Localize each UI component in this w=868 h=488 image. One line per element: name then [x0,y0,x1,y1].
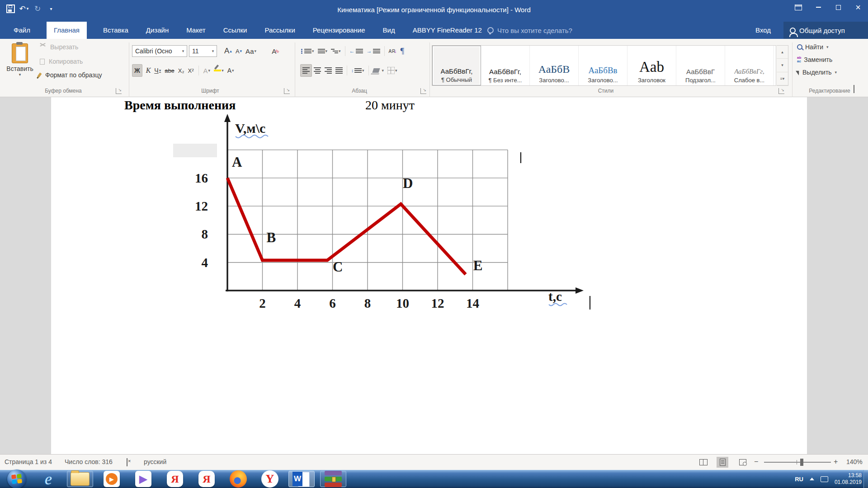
borders-button[interactable]: ▾ [386,65,399,76]
bold-button[interactable]: Ж [132,64,142,77]
align-left-button[interactable] [300,64,312,77]
decrease-indent-button[interactable]: ← [348,45,365,57]
restore-button[interactable] [828,0,848,14]
file-explorer-taskbar-button[interactable] [67,471,93,487]
subscript-button[interactable]: X₂ [176,65,186,76]
ribbon-tab-file[interactable]: Файл [12,22,32,39]
styles-dialog-launcher[interactable] [778,88,784,94]
sign-in-link[interactable]: Вход [755,22,771,39]
ribbon-display-options-button[interactable] [788,0,808,14]
highlight-color-button[interactable]: ▾ [212,65,226,76]
line-spacing-button[interactable]: ↕▾ [349,65,366,76]
font-name-caret[interactable]: ▾ [179,49,187,53]
multilevel-list-button[interactable]: ▾ [329,45,343,57]
styles-scroll-down-icon[interactable]: ▾ [777,59,788,72]
change-case-button[interactable]: Аа▾ [244,45,258,57]
show-paragraph-marks-button[interactable]: ¶ [399,45,406,57]
yandex-browser-taskbar-button[interactable]: Я [162,471,188,487]
font-color-button[interactable]: А▾ [226,65,236,76]
style-item[interactable]: AabЗаголовок [627,46,676,85]
grow-font-button[interactable]: А▴ [222,45,234,57]
web-layout-button[interactable] [737,457,749,468]
read-mode-button[interactable] [698,457,709,468]
ribbon-tab-mailings[interactable]: Рассылки [263,22,296,39]
style-item[interactable]: АаБбВвГг,Слабое в... [725,46,774,85]
text-effects-button[interactable]: А▾ [202,65,212,76]
ribbon-tab-references[interactable]: Ссылки [222,22,249,39]
style-item[interactable]: АаБбВвГг,¶ Обычный [432,46,481,85]
italic-button[interactable]: К [144,65,153,76]
paste-dropdown-caret[interactable]: ▾ [19,72,21,77]
zoom-out-icon[interactable]: − [754,458,758,466]
zoom-slider-track[interactable] [764,462,831,463]
underline-button[interactable]: Ч▾ [152,65,163,76]
style-name: Слабое в... [734,77,764,84]
cut-button[interactable]: Вырезать [40,43,78,51]
zoom-slider-thumb[interactable] [800,459,803,466]
winrar-taskbar-button[interactable] [320,471,346,487]
ribbon-tab-abbyy[interactable]: ABBYY FineReader 12 [411,22,483,39]
print-layout-button[interactable] [717,457,728,468]
zoom-in-icon[interactable]: + [834,458,838,466]
align-right-button[interactable] [323,65,334,76]
share-button[interactable]: Общий доступ [783,22,868,39]
proofing-errors-icon[interactable] [127,459,127,466]
show-hidden-icons-icon[interactable] [810,478,814,480]
taskbar-clock[interactable]: 13:58 01.08.2019 [835,472,862,486]
font-size-caret[interactable]: ▾ [209,49,217,53]
styles-scroll-up-icon[interactable]: ▴ [777,46,788,59]
ribbon-tab-insert[interactable]: Вставка [102,22,130,39]
paragraph-dialog-launcher[interactable] [420,88,426,94]
firefox-taskbar-button[interactable] [225,471,251,487]
superscript-button[interactable]: X² [186,65,196,76]
sort-button[interactable]: АЯ↓ [387,45,399,57]
shrink-font-button[interactable]: А▾ [234,45,244,57]
numbering-button[interactable]: ▾ [316,45,330,57]
shading-button[interactable]: ▾ [371,65,386,76]
language-switcher[interactable]: RU [795,476,803,483]
page-indicator[interactable]: Страница 1 из 4 [5,458,52,465]
increase-indent-button[interactable]: → [365,45,382,57]
internet-explorer-taskbar-button[interactable]: e [35,471,61,487]
word-taskbar-button[interactable]: W [288,471,315,487]
language-indicator[interactable]: русский [144,458,166,465]
start-button-taskbar-button[interactable] [4,471,30,487]
ribbon-tab-home[interactable]: Главная [47,22,87,39]
bullets-button[interactable]: ▾ [299,45,316,57]
paste-button[interactable]: Вставить ▾ [5,43,34,77]
yandex-browser-2-taskbar-button[interactable]: Я [193,471,220,487]
strikethrough-button[interactable]: abe [163,65,176,76]
replace-button[interactable]: abac Заменить [797,56,832,63]
word-count[interactable]: Число слов: 316 [65,458,113,465]
media-player-orange-taskbar-button[interactable]: ▶ [99,471,125,487]
select-button[interactable]: Выделить▾ [797,69,837,76]
style-item[interactable]: АаБбВвГПодзагол... [676,46,725,85]
style-item[interactable]: АаБбВвГг,¶ Без инте... [481,46,530,85]
tell-me-search[interactable]: Что вы хотите сделать? [487,22,572,39]
align-center-button[interactable] [312,65,323,76]
ribbon-tab-layout[interactable]: Макет [185,22,207,39]
minimize-button[interactable] [808,0,828,14]
zoom-level[interactable]: 140% [846,458,863,465]
collapse-ribbon-icon[interactable] [854,86,854,93]
ribbon-tab-view[interactable]: Вид [382,22,396,39]
font-dialog-launcher[interactable] [284,88,290,94]
kmplayer-taskbar-button[interactable]: ▶ [130,471,156,487]
clear-formatting-button[interactable]: А [270,45,281,57]
justify-button[interactable] [334,65,344,76]
yandex-app-taskbar-button[interactable]: Y [257,471,283,487]
close-button[interactable]: × [848,0,868,14]
find-button[interactable]: Найти▾ [797,43,828,51]
tray-icon[interactable] [821,476,828,482]
format-painter-button[interactable]: Формат по образцу [38,71,102,79]
copy-button[interactable]: Копировать [40,58,83,65]
style-item[interactable]: АаБбВвЗаголово... [579,46,627,85]
styles-gallery-more-icon[interactable]: ≡▾ [777,72,788,85]
ribbon-tab-review[interactable]: Рецензирование [311,22,367,39]
font-size-combo[interactable]: 11 ▾ [189,45,217,57]
ribbon-tab-design[interactable]: Дизайн [145,22,170,39]
font-name-combo[interactable]: Calibri (Осно ▾ [132,45,187,57]
show-desktop-button[interactable] [863,470,868,488]
clipboard-dialog-launcher[interactable] [116,88,122,94]
style-item[interactable]: АаБбВЗаголово... [530,46,579,85]
